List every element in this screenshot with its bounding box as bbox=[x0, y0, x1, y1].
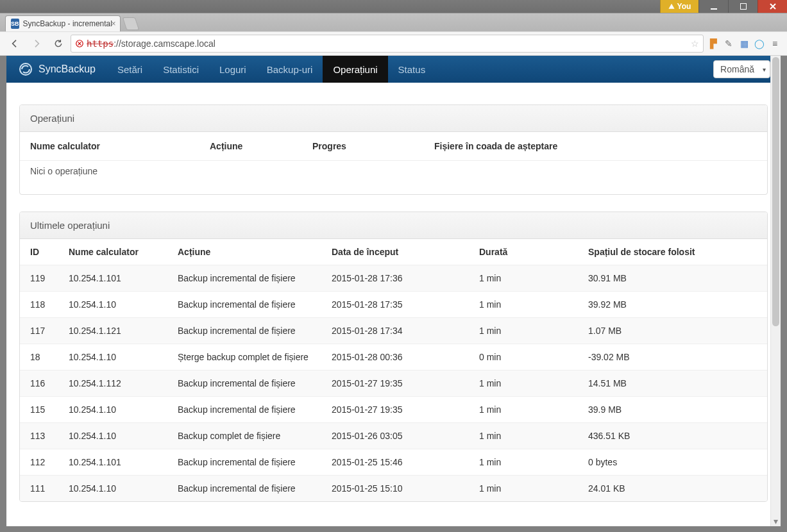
back-button[interactable] bbox=[5, 35, 24, 53]
chrome-user-badge[interactable]: You bbox=[660, 0, 698, 13]
scroll-down-icon[interactable]: ▾ bbox=[771, 516, 781, 526]
arrow-right-icon bbox=[31, 38, 42, 49]
reload-icon bbox=[53, 38, 63, 49]
col-id: ID bbox=[30, 247, 69, 257]
cell-start: 2015-01-28 17:35 bbox=[332, 299, 479, 310]
cell-action: Backup incremental de fișiere bbox=[178, 299, 332, 310]
close-icon bbox=[770, 3, 776, 10]
cell-storage: 436.51 KB bbox=[588, 431, 757, 441]
history-panel: Ultimele operațiuni ID Nume calculator A… bbox=[19, 212, 768, 502]
cell-computer: 10.254.1.10 bbox=[69, 299, 178, 310]
table-row[interactable]: 11710.254.1.121Backup incremental de fiș… bbox=[20, 317, 767, 344]
address-text: ://storage.camscape.local bbox=[114, 38, 216, 49]
cell-action: Backup complet de fișiere bbox=[178, 431, 332, 441]
browser-tab[interactable]: SB SyncBackup - incremental × bbox=[5, 15, 121, 31]
cell-start: 2015-01-25 15:46 bbox=[332, 457, 479, 467]
cell-storage: -39.02 MB bbox=[588, 352, 757, 362]
cell-id: 118 bbox=[30, 299, 69, 310]
operations-empty-text: Nici o operațiune bbox=[30, 166, 210, 176]
cell-computer: 10.254.1.10 bbox=[69, 431, 178, 441]
table-row[interactable]: 11210.254.1.101Backup incremental de fiș… bbox=[20, 449, 767, 475]
col-storage: Spațiul de stocare folosit bbox=[588, 247, 757, 257]
nav-item-statistici[interactable]: Statistici bbox=[153, 56, 209, 83]
cell-computer: 10.254.1.101 bbox=[69, 273, 178, 283]
nav-item-setări[interactable]: Setări bbox=[107, 56, 153, 83]
window-minimize-button[interactable] bbox=[698, 0, 728, 13]
col-progress: Progres bbox=[312, 141, 434, 151]
ssl-warning-icon bbox=[75, 39, 84, 48]
ssl-struck-prefix: https bbox=[87, 38, 114, 49]
cell-duration: 1 min bbox=[479, 457, 588, 467]
table-row[interactable]: 1810.254.1.10Șterge backup complet de fi… bbox=[20, 344, 767, 370]
window-titlebar: You bbox=[0, 0, 787, 13]
scrollbar-thumb[interactable] bbox=[772, 57, 779, 326]
browser-tab-strip: SB SyncBackup - incremental × bbox=[0, 13, 787, 31]
table-row[interactable]: 11110.254.1.10Backup incremental de fiși… bbox=[20, 475, 767, 501]
history-header-row: ID Nume calculator Acțiune Data de încep… bbox=[20, 239, 767, 265]
tab-close-button[interactable]: × bbox=[110, 20, 117, 28]
app-brand-text: SyncBackup bbox=[38, 63, 96, 75]
extensions-area: ▛ ✎ ▦ ◯ ≡ bbox=[706, 37, 782, 51]
extension-icon[interactable]: ◯ bbox=[752, 37, 766, 51]
col-computer: Nume calculator bbox=[30, 141, 210, 151]
cell-start: 2015-01-26 03:05 bbox=[332, 431, 479, 441]
cell-computer: 10.254.1.10 bbox=[69, 404, 178, 415]
browser-toolbar: https ://storage.camscape.local ☆ ▛ ✎ ▦ … bbox=[0, 31, 787, 56]
vertical-scrollbar[interactable]: ▴ ▾ bbox=[770, 56, 781, 526]
cell-action: Backup incremental de fișiere bbox=[178, 378, 332, 388]
cell-id: 116 bbox=[30, 378, 69, 388]
cell-duration: 1 min bbox=[479, 404, 588, 415]
table-row[interactable]: 11810.254.1.10Backup incremental de fiși… bbox=[20, 291, 767, 317]
col-queue: Fișiere în coada de așteptare bbox=[434, 141, 757, 151]
history-panel-title: Ultimele operațiuni bbox=[20, 212, 767, 239]
chrome-menu-button[interactable]: ≡ bbox=[768, 37, 782, 51]
col-action: Acțiune bbox=[210, 141, 312, 151]
reload-button[interactable] bbox=[49, 35, 68, 53]
cell-storage: 39.92 MB bbox=[588, 299, 757, 310]
nav-item-backup-uri[interactable]: Backup-uri bbox=[257, 56, 323, 83]
cell-action: Backup incremental de fișiere bbox=[178, 326, 332, 336]
cell-id: 18 bbox=[30, 352, 69, 362]
window-maximize-button[interactable] bbox=[728, 0, 757, 13]
svg-rect-1 bbox=[740, 3, 747, 10]
cell-computer: 10.254.1.10 bbox=[69, 352, 178, 362]
cell-duration: 1 min bbox=[479, 299, 588, 310]
extension-icon[interactable]: ✎ bbox=[722, 37, 736, 51]
extension-icon[interactable]: ▦ bbox=[737, 37, 751, 51]
app-navbar: SyncBackup SetăriStatisticiLoguriBackup-… bbox=[6, 56, 781, 83]
table-row[interactable]: 11910.254.1.101Backup incremental de fiș… bbox=[20, 265, 767, 291]
table-row[interactable]: 11310.254.1.10Backup complet de fișiere2… bbox=[20, 422, 767, 449]
cell-computer: 10.254.1.101 bbox=[69, 457, 178, 467]
cell-duration: 1 min bbox=[479, 378, 588, 388]
nav-item-operațiuni[interactable]: Operațiuni bbox=[323, 56, 387, 83]
address-bar[interactable]: https ://storage.camscape.local ☆ bbox=[71, 35, 704, 53]
cell-storage: 24.01 KB bbox=[588, 483, 757, 494]
language-select-value: Română bbox=[720, 64, 754, 74]
cell-storage: 30.91 MB bbox=[588, 273, 757, 283]
maximize-icon bbox=[740, 3, 747, 10]
app-brand[interactable]: SyncBackup bbox=[6, 56, 107, 83]
cell-computer: 10.254.1.121 bbox=[69, 326, 178, 336]
cell-id: 113 bbox=[30, 431, 69, 441]
cell-action: Backup incremental de fișiere bbox=[178, 457, 332, 467]
table-row[interactable]: 11610.254.1.112Backup incremental de fiș… bbox=[20, 370, 767, 396]
os-window: You SB SyncBackup - incremental × bbox=[0, 0, 787, 532]
nav-item-loguri[interactable]: Loguri bbox=[209, 56, 257, 83]
table-row[interactable]: 11510.254.1.10Backup incremental de fiși… bbox=[20, 396, 767, 422]
forward-button[interactable] bbox=[27, 35, 46, 53]
cell-computer: 10.254.1.112 bbox=[69, 378, 178, 388]
cell-start: 2015-01-27 19:35 bbox=[332, 404, 479, 415]
app-nav-items: SetăriStatisticiLoguriBackup-uriOperațiu… bbox=[107, 56, 436, 83]
bookmark-star-icon[interactable]: ☆ bbox=[691, 38, 699, 49]
cell-start: 2015-01-28 00:36 bbox=[332, 352, 479, 362]
new-tab-button[interactable] bbox=[123, 17, 139, 30]
cell-storage: 0 bytes bbox=[588, 457, 757, 467]
window-close-button[interactable] bbox=[757, 0, 787, 13]
language-select[interactable]: Română bbox=[713, 60, 770, 78]
page-body: Operațiuni Nume calculator Acțiune Progr… bbox=[6, 83, 781, 526]
cell-duration: 1 min bbox=[479, 431, 588, 441]
extension-icon[interactable]: ▛ bbox=[706, 37, 720, 51]
arrow-left-icon bbox=[10, 38, 20, 49]
cell-storage: 1.07 MB bbox=[588, 326, 757, 336]
nav-item-status[interactable]: Status bbox=[388, 56, 436, 83]
